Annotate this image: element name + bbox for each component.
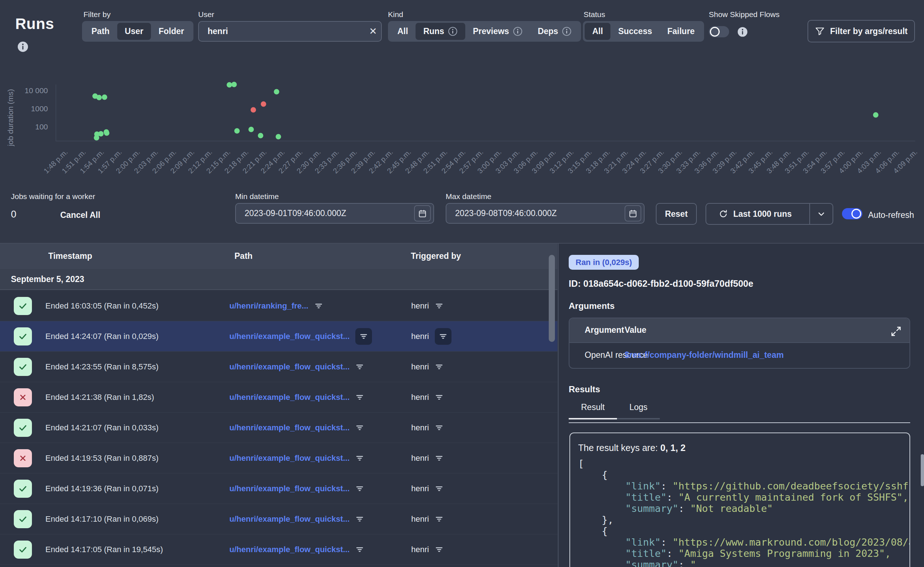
run-path-link[interactable]: u/henri/example_flow_quickst... — [229, 423, 349, 432]
scatter-point-success[interactable] — [873, 112, 878, 118]
user-filter-button[interactable] — [435, 484, 444, 493]
scatter-point-success[interactable] — [232, 82, 237, 87]
chart-y-axis — [56, 84, 56, 141]
filter-by-segmented: PathUserFolder — [82, 21, 193, 42]
run-path-link[interactable]: u/henri/example_flow_quickst... — [229, 393, 349, 402]
last-runs-label: Last 1000 runs — [733, 209, 792, 219]
path-filter-button[interactable] — [355, 423, 364, 432]
kind-option-deps[interactable]: Deps — [530, 23, 579, 40]
tab-result[interactable]: Result — [569, 402, 617, 420]
path-filter-button[interactable] — [314, 302, 323, 310]
user-filter-button[interactable] — [435, 302, 444, 310]
argument-value-link[interactable]: $res:f/company-folder/windmill_ai_team — [625, 350, 784, 360]
run-row[interactable]: Ended 14:21:38 (Ran in 1,82s)u/henri/exa… — [0, 382, 557, 412]
run-path-link[interactable]: u/henri/example_flow_quickst... — [229, 514, 349, 524]
info-icon — [513, 27, 522, 36]
path-filter-button[interactable] — [355, 454, 364, 463]
scatter-point-success[interactable] — [258, 133, 263, 138]
filter-icon — [435, 454, 444, 463]
user-filter-button[interactable] — [435, 328, 451, 345]
user-filter-button[interactable] — [435, 393, 444, 402]
skipped-info-icon[interactable] — [737, 26, 748, 39]
status-option-success[interactable]: Success — [611, 23, 659, 40]
scatter-point-success[interactable] — [94, 135, 99, 141]
user-filter-button[interactable] — [435, 423, 444, 432]
path-filter-button[interactable] — [355, 393, 364, 402]
show-skipped-toggle[interactable] — [709, 26, 729, 38]
status-failure-icon — [14, 449, 32, 467]
min-calendar-icon[interactable] — [414, 205, 431, 222]
path-filter-button[interactable] — [355, 363, 364, 371]
filter-by-option-folder[interactable]: Folder — [151, 23, 192, 40]
min-datetime-value[interactable]: 2023-09-01T09:46:00.000Z — [236, 208, 414, 218]
filter-args-button[interactable]: Filter by args/result — [808, 20, 915, 42]
window-scrollbar[interactable] — [921, 454, 924, 486]
kind-segmented: AllRunsPreviewsDeps — [388, 21, 581, 42]
kind-option-label: All — [397, 27, 408, 36]
run-path-link[interactable]: u/henri/ranking_fre... — [229, 301, 309, 311]
tab-logs[interactable]: Logs — [617, 402, 660, 420]
path-filter-button[interactable] — [355, 545, 364, 554]
run-row[interactable]: Ended 14:21:07 (Ran in 0,033s)u/henri/ex… — [0, 412, 557, 443]
scatter-point-failure[interactable] — [250, 107, 256, 112]
scatter-point-success[interactable] — [276, 134, 281, 139]
run-row[interactable]: Ended 14:19:36 (Ran in 0,071s)u/henri/ex… — [0, 474, 557, 504]
last-runs-dropdown-button[interactable] — [809, 204, 832, 224]
run-row[interactable]: Ended 14:17:10 (Ran in 0,069s)u/henri/ex… — [0, 504, 557, 534]
triggered-by-name: henri — [411, 393, 429, 402]
user-filter-button[interactable] — [435, 545, 444, 554]
run-path-link[interactable]: u/henri/example_flow_quickst... — [229, 545, 349, 554]
scatter-point-failure[interactable] — [261, 101, 266, 106]
run-path-link[interactable]: u/henri/example_flow_quickst... — [229, 453, 349, 463]
triggered-by-cell: henri — [411, 534, 444, 565]
triggered-by-name: henri — [411, 362, 429, 372]
filter-by-option-user[interactable]: User — [117, 23, 151, 40]
table-scrollbar[interactable] — [549, 255, 555, 342]
scatter-point-success[interactable] — [102, 94, 107, 100]
path-filter-button[interactable] — [355, 515, 364, 524]
kind-option-previews[interactable]: Previews — [465, 23, 530, 40]
run-row[interactable]: Ended 14:19:53 (Ran in 0,887s)u/henri/ex… — [0, 443, 557, 474]
run-row[interactable]: Ended 14:24:07 (Ran in 0,029s)u/henri/ex… — [0, 321, 557, 352]
scatter-point-success[interactable] — [98, 131, 104, 136]
path-filter-button[interactable] — [355, 328, 372, 345]
col-path: Path — [235, 251, 253, 261]
filter-icon — [435, 423, 444, 432]
clear-user-filter-icon[interactable]: ✕ — [365, 26, 381, 37]
scatter-point-success[interactable] — [274, 89, 280, 94]
scatter-point-success[interactable] — [104, 129, 109, 135]
user-filter-button[interactable] — [435, 515, 444, 524]
filter-by-option-path[interactable]: Path — [84, 23, 117, 40]
auto-refresh-toggle[interactable] — [842, 208, 862, 219]
runs-info-icon[interactable] — [17, 40, 29, 54]
status-option-failure[interactable]: Failure — [660, 23, 702, 40]
reset-button[interactable]: Reset — [656, 203, 697, 225]
run-row[interactable]: Ended 14:17:05 (Ran in 19,545s)u/henri/e… — [0, 534, 557, 565]
kind-option-runs[interactable]: Runs — [415, 23, 465, 40]
result-viewer[interactable]: The result keys are: 0, 1, 2 [ { "link":… — [569, 432, 910, 567]
scatter-point-success[interactable] — [96, 94, 102, 100]
run-path-link[interactable]: u/henri/example_flow_quickst... — [229, 332, 349, 341]
kind-option-all[interactable]: All — [390, 23, 415, 40]
run-path-link[interactable]: u/henri/example_flow_quickst... — [229, 484, 349, 494]
path-filter-button[interactable] — [355, 484, 364, 493]
last-runs-button[interactable]: Last 1000 runs — [706, 204, 804, 224]
run-path-link[interactable]: u/henri/example_flow_quickst... — [229, 362, 349, 372]
scatter-point-success[interactable] — [248, 127, 254, 132]
expand-icon[interactable] — [890, 325, 902, 340]
user-filter-button[interactable] — [435, 363, 444, 371]
run-row[interactable]: Ended 14:23:55 (Ran in 8,575s)u/henri/ex… — [0, 352, 557, 382]
scatter-point-success[interactable] — [235, 128, 240, 134]
status-option-all[interactable]: All — [585, 23, 611, 40]
chevron-down-icon — [817, 209, 826, 219]
max-calendar-icon[interactable] — [625, 205, 641, 222]
user-input[interactable] — [199, 27, 365, 36]
path-cell: u/henri/example_flow_quickst... — [229, 504, 364, 534]
user-filter-button[interactable] — [435, 454, 444, 463]
triggered-by-cell: henri — [411, 382, 444, 412]
cancel-all-button[interactable]: Cancel All — [60, 210, 100, 220]
status-segmented: AllSuccessFailure — [583, 21, 704, 42]
run-row[interactable]: Ended 16:03:05 (Ran in 0,452s)u/henri/ra… — [0, 291, 557, 321]
max-datetime-value[interactable]: 2023-09-08T09:46:00.000Z — [446, 208, 625, 218]
triggered-by-name: henri — [411, 545, 429, 554]
